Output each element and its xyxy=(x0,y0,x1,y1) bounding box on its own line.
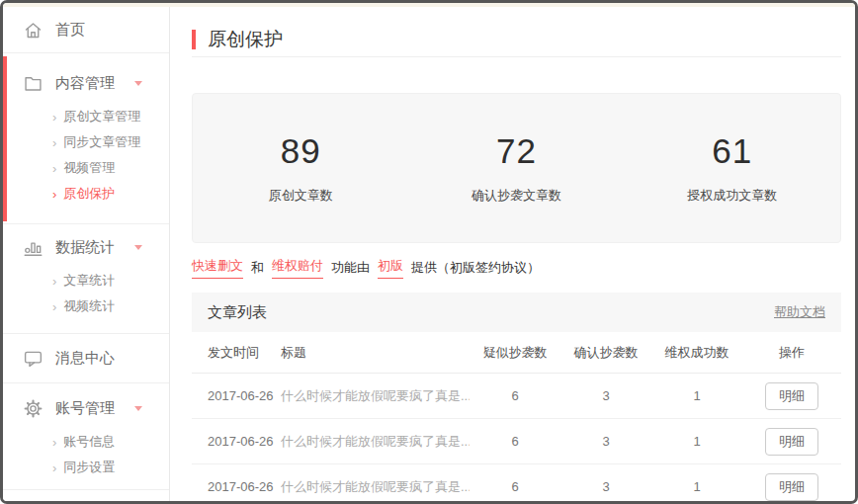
stat-confirmed-plagiarism: 72 确认抄袭文章数 xyxy=(408,131,624,205)
gear-icon xyxy=(23,398,43,419)
sidebar-subitem-label: 视频统计 xyxy=(63,297,115,315)
compensation-link[interactable]: 维权赔付 xyxy=(272,257,323,279)
sidebar-item-video-mgmt[interactable]: › 视频管理 xyxy=(3,155,169,181)
sidebar-item-account-info[interactable]: › 账号信息 xyxy=(3,429,169,455)
table-header: 发文时间 标题 疑似抄袭数 确认抄袭数 维权成功数 操作 xyxy=(192,332,841,374)
detail-button[interactable]: 明细 xyxy=(765,382,818,410)
sidebar-group-statistics[interactable]: 数据统计 xyxy=(3,234,169,260)
sidebar-group-label: 内容管理 xyxy=(55,74,115,93)
cell-confirmed: 3 xyxy=(560,388,651,403)
cell-suspected: 6 xyxy=(470,388,560,403)
sidebar-item-label: 首页 xyxy=(55,21,85,40)
sidebar-subitem-label: 原创文章管理 xyxy=(63,108,140,126)
stat-label: 授权成功文章数 xyxy=(625,187,840,205)
home-icon xyxy=(23,20,43,41)
cell-confirmed: 3 xyxy=(560,479,651,494)
detail-button[interactable]: 明细 xyxy=(765,428,818,456)
col-suspected: 疑似抄袭数 xyxy=(470,344,560,362)
quick-delete-link[interactable]: 快速删文 xyxy=(192,257,243,279)
list-title: 文章列表 xyxy=(208,303,267,322)
col-title: 标题 xyxy=(281,344,470,362)
cell-title: 什么时候才能放假呢要疯了真是... xyxy=(281,478,470,496)
sidebar-group-account[interactable]: 账号管理 xyxy=(3,395,169,421)
cell-success: 1 xyxy=(651,479,742,494)
cell-date: 2017-06-26 xyxy=(192,388,281,403)
col-confirmed: 确认抄袭数 xyxy=(560,344,651,362)
cell-success: 1 xyxy=(651,434,742,449)
sidebar-item-message-center[interactable]: 消息中心 xyxy=(3,348,169,369)
sidebar-subitem-label: 文章统计 xyxy=(63,272,115,290)
stat-value: 89 xyxy=(193,131,408,171)
sidebar-group-content[interactable]: 内容管理 xyxy=(3,70,169,96)
stat-value: 61 xyxy=(625,131,840,171)
notice-text: 功能由 xyxy=(331,259,370,277)
sidebar-subitem-label: 同步设置 xyxy=(63,459,115,476)
stat-authorized-success: 61 授权成功文章数 xyxy=(625,131,840,205)
chevron-right-icon: › xyxy=(52,135,56,150)
provider-link[interactable]: 初版 xyxy=(378,257,403,279)
cell-date: 2017-06-26 xyxy=(192,434,281,449)
chevron-right-icon: › xyxy=(52,274,56,289)
chevron-right-icon: › xyxy=(52,110,56,125)
chevron-right-icon: › xyxy=(52,161,56,176)
cell-confirmed: 3 xyxy=(560,434,651,449)
sidebar-group-label: 账号管理 xyxy=(55,399,115,418)
sidebar-group-label: 数据统计 xyxy=(55,238,115,257)
page-title: 原创保护 xyxy=(208,27,283,52)
chevron-down-icon xyxy=(134,81,142,86)
sidebar-item-sync-article-mgmt[interactable]: › 同步文章管理 xyxy=(3,129,169,155)
chevron-right-icon: › xyxy=(52,187,56,202)
stat-value: 72 xyxy=(408,131,624,171)
stat-label: 原创文章数 xyxy=(193,187,408,205)
stat-label: 确认抄袭文章数 xyxy=(408,187,624,205)
chevron-down-icon xyxy=(134,245,142,250)
sidebar-subitem-label: 视频管理 xyxy=(63,159,115,177)
chevron-right-icon: › xyxy=(52,435,56,450)
sidebar-subitem-label: 原创保护 xyxy=(63,185,115,203)
chat-bubble-icon xyxy=(23,348,43,369)
feature-notice: 快速删文 和 维权赔付 功能由 初版 提供（初版签约协议） xyxy=(192,243,841,293)
cell-suspected: 6 xyxy=(470,434,560,449)
main-content: 原创保护 89 原创文章数 72 确认抄袭文章数 61 授权成功文章数 快速删文… xyxy=(170,7,855,504)
stats-panel: 89 原创文章数 72 确认抄袭文章数 61 授权成功文章数 xyxy=(192,93,841,243)
table-row: 2017-06-26 什么时候才能放假呢要疯了真是... 6 3 1 明细 xyxy=(192,464,841,504)
table-row: 2017-06-26 什么时候才能放假呢要疯了真是... 6 3 1 明细 xyxy=(192,374,841,419)
sidebar-item-video-stats[interactable]: › 视频统计 xyxy=(3,294,169,319)
sidebar-subitem-label: 同步文章管理 xyxy=(63,133,140,151)
sidebar-item-original-article-mgmt[interactable]: › 原创文章管理 xyxy=(3,104,169,129)
sidebar-item-original-protection[interactable]: › 原创保护 xyxy=(3,181,169,207)
page-header: 原创保护 xyxy=(192,7,841,57)
active-section-indicator xyxy=(3,56,7,221)
sidebar-subitem-label: 账号信息 xyxy=(63,433,115,451)
col-success: 维权成功数 xyxy=(651,344,742,362)
cell-suspected: 6 xyxy=(470,479,560,494)
sidebar-item-article-stats[interactable]: › 文章统计 xyxy=(3,268,169,294)
col-publish-time: 发文时间 xyxy=(192,344,281,362)
folder-icon xyxy=(23,73,43,94)
chevron-right-icon: › xyxy=(52,299,56,314)
title-accent-bar xyxy=(192,30,196,49)
chevron-right-icon: › xyxy=(52,461,56,475)
detail-button[interactable]: 明细 xyxy=(765,473,818,501)
bar-chart-icon xyxy=(23,237,43,258)
article-list-panel: 文章列表 帮助文档 发文时间 标题 疑似抄袭数 确认抄袭数 维权成功数 操作 2… xyxy=(192,293,841,504)
cell-success: 1 xyxy=(651,388,742,403)
table-row: 2017-06-26 什么时候才能放假呢要疯了真是... 6 3 1 明细 xyxy=(192,419,841,464)
cell-title: 什么时候才能放假呢要疯了真是... xyxy=(281,387,470,405)
cell-date: 2017-06-26 xyxy=(192,479,281,494)
sidebar-item-home[interactable]: 首页 xyxy=(3,7,169,52)
help-doc-link[interactable]: 帮助文档 xyxy=(774,303,825,321)
sidebar-item-sync-settings[interactable]: › 同步设置 xyxy=(3,455,169,480)
list-header-bar: 文章列表 帮助文档 xyxy=(192,293,841,332)
sidebar: 首页 内容管理 › 原创文章管理 › 同步文章管理 › 视频管理 xyxy=(3,7,170,501)
sidebar-item-label: 消息中心 xyxy=(55,349,115,368)
chevron-down-icon xyxy=(134,406,142,411)
cell-title: 什么时候才能放假呢要疯了真是... xyxy=(281,433,470,451)
col-action: 操作 xyxy=(742,344,841,362)
notice-text: 提供（初版签约协议） xyxy=(411,259,540,277)
notice-text: 和 xyxy=(251,259,264,277)
stat-original-articles: 89 原创文章数 xyxy=(193,131,408,205)
